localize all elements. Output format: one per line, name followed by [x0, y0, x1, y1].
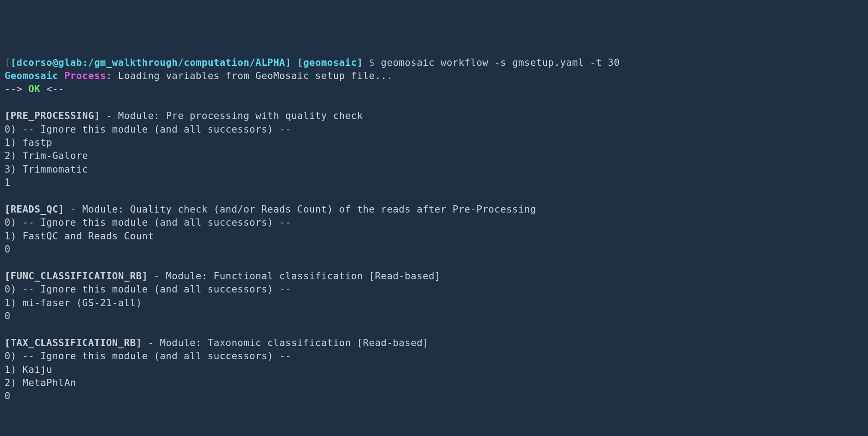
module-desc: Taxonomic classification [Read-based]: [208, 337, 429, 348]
command-text: geomosaic workflow -s gmsetup.yaml -t 30: [381, 57, 620, 68]
module-desc: Pre processing with quality check: [166, 110, 363, 121]
user-input[interactable]: 1: [5, 177, 10, 188]
status-message: Loading variables from GeoMosaic setup f…: [118, 70, 393, 81]
user-input[interactable]: 0: [5, 244, 10, 255]
prompt-dollar: $: [369, 57, 381, 68]
status-ok: OK: [29, 84, 40, 94]
user-input[interactable]: 0: [5, 391, 10, 401]
status-prefix: Geomosaic: [5, 70, 64, 81]
user-input[interactable]: 0: [5, 311, 10, 322]
module-label: Module:: [118, 110, 166, 121]
module-label: Module:: [166, 271, 214, 282]
option-line: 1) FastQC and Reads Count: [5, 231, 154, 242]
prompt-colon: :: [82, 57, 88, 68]
module-label: Module:: [82, 204, 130, 215]
prompt-bracket-close: ]: [285, 57, 291, 68]
status-word: Process: [64, 70, 106, 81]
status-arrow-right: <--: [40, 84, 65, 94]
sections-container: [PRE_PROCESSING] - Module: Pre processin…: [5, 96, 863, 403]
module-desc: Quality check (and/or Reads Count) of th…: [130, 204, 536, 215]
section-tag: [READS_QC]: [5, 204, 64, 215]
option-line: 2) MetaPhlAn: [5, 377, 76, 388]
option-line: 3) Trimmomatic: [5, 164, 88, 175]
module-label: Module:: [160, 337, 208, 348]
option-line: 0) -- Ignore this module (and all succes…: [5, 284, 291, 295]
prompt-user-host: [dcorso@glab: [10, 57, 82, 68]
option-line: 0) -- Ignore this module (and all succes…: [5, 124, 291, 135]
option-line: 0) -- Ignore this module (and all succes…: [5, 217, 291, 228]
option-line: 0) -- Ignore this module (and all succes…: [5, 351, 291, 362]
prompt-app: [geomosaic]: [291, 57, 369, 68]
section-tag: [PRE_PROCESSING]: [5, 110, 100, 121]
option-line: 1) Kaiju: [5, 364, 52, 375]
status-colon: :: [106, 70, 118, 81]
module-desc: Functional classification [Read-based]: [214, 271, 440, 282]
option-line: 2) Trim-Galore: [5, 150, 88, 161]
section-sep: -: [148, 271, 165, 282]
section-sep: -: [64, 204, 82, 215]
option-line: 1) mi-faser (GS-21-all): [5, 297, 142, 308]
status-arrow-left: -->: [5, 84, 29, 94]
section-tag: [TAX_CLASSIFICATION_RB]: [5, 337, 142, 348]
section-tag: [FUNC_CLASSIFICATION_RB]: [5, 271, 148, 282]
section-sep: -: [100, 110, 118, 121]
section-sep: -: [142, 337, 160, 348]
terminal-output[interactable]: [[dcorso@glab:/gm_walkthrough/computatio…: [5, 56, 863, 403]
prompt-path: /gm_walkthrough/computation/ALPHA: [88, 57, 285, 68]
prompt-bracket: [: [5, 57, 10, 68]
option-line: 1) fastp: [5, 137, 52, 148]
